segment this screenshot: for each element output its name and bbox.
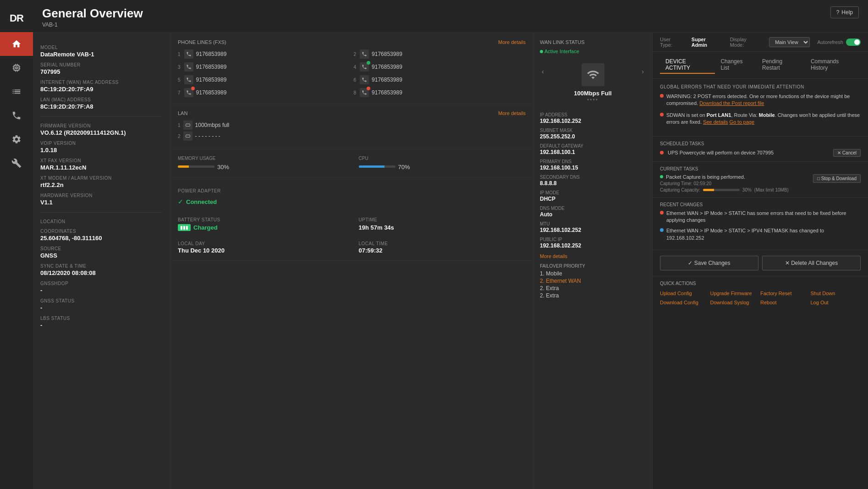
- sidebar-item-settings[interactable]: [0, 127, 33, 151]
- tab-pending-restart[interactable]: Pending Restart: [757, 56, 805, 74]
- help-button[interactable]: ? Help: [830, 6, 859, 18]
- autorefresh-toggle-wrapper: Autorefresh: [817, 38, 861, 46]
- phone-number-1: 9176853989: [196, 51, 227, 57]
- recent-item-1: Ethernet WAN > IP Mode > STATIC has some…: [660, 210, 861, 224]
- list-item: 7 9176853989: [178, 88, 350, 97]
- lan-mac-value: 8C:19:2D:20:7F:A8: [40, 103, 163, 110]
- quick-download-config[interactable]: Download Config: [660, 299, 710, 306]
- user-bar: User Type: Super Admin Display Mode: Mai…: [653, 33, 868, 52]
- save-changes-button[interactable]: ✓ Save Changes: [660, 256, 758, 270]
- cancel-task-button[interactable]: ✕ Cancel: [833, 149, 861, 157]
- sidebar-item-network[interactable]: [0, 56, 33, 80]
- sidebar-item-tools[interactable]: [0, 151, 33, 175]
- quick-upload-config[interactable]: Upload Config: [660, 290, 710, 297]
- sidebar-item-home[interactable]: [0, 32, 33, 56]
- quick-shut-down[interactable]: Shut Down: [811, 290, 861, 297]
- list-item: 1. Mobile: [540, 270, 646, 277]
- page-title: General Overview: [42, 6, 143, 21]
- source-label: SOURCE: [40, 246, 163, 251]
- sidebar-item-phone[interactable]: [0, 104, 33, 127]
- display-mode-label: Display Mode:: [730, 37, 762, 48]
- list-item: 2. Ethernet WAN: [540, 278, 646, 284]
- display-mode-select[interactable]: Main View: [769, 37, 810, 47]
- wan-subnet-field: SUBNET MASK 255.255.252.0: [540, 128, 646, 140]
- recent-title: RECENT CHANGES: [660, 202, 861, 207]
- cap-progress-fill: [703, 189, 714, 191]
- wan-prev-arrow[interactable]: ‹: [542, 68, 544, 75]
- quick-log-out[interactable]: Log Out: [811, 299, 861, 306]
- cancel-label: ✕ Cancel: [837, 150, 857, 155]
- phone-lines-more[interactable]: More details: [498, 39, 526, 45]
- quick-upgrade-firmware[interactable]: Upgrade Firmware: [710, 290, 761, 297]
- wan-dots: ••••: [540, 97, 646, 103]
- wan-dns-mode-field: DNS MODE Auto: [540, 206, 646, 218]
- wan-public-ip-field: PUBLIC IP 192.168.102.252: [540, 237, 646, 249]
- phone-lines-title: PHONE LINES (FXS): [178, 39, 226, 45]
- firmware-label: FIRMWARE VERSION: [40, 123, 163, 128]
- delete-changes-button[interactable]: ✕ Delete All Changes: [762, 256, 861, 270]
- mtu-label: MTU: [540, 221, 646, 226]
- autorefresh-toggle[interactable]: [846, 38, 861, 46]
- scheduled-tasks-section: SCHEDULED TASKS UPS Powercycle will perf…: [653, 137, 868, 162]
- display-mode-select-wrapper: Main View: [769, 37, 810, 47]
- tab-device-activity[interactable]: DEVICE ACTIVITY: [660, 56, 715, 74]
- wan-ip-field: IP ADDRESS 192.168.102.252: [540, 112, 646, 124]
- phone-line-icon-5: [184, 75, 193, 84]
- wan-gateway-field: DEFAULT GATEWAY 192.168.100.1: [540, 143, 646, 155]
- phone-line-icon-8: [360, 88, 369, 97]
- list-item: 2 - - - - - - - -: [178, 132, 526, 141]
- recent-dot-2: [660, 228, 664, 232]
- sync-value: 08/12/2020 08:08:08: [40, 269, 163, 276]
- mtu-value: 192.168.102.252: [540, 227, 646, 233]
- see-details-link[interactable]: See details: [703, 119, 728, 125]
- list-item: 2. Extra: [540, 292, 646, 299]
- memory-progress-fill: [178, 165, 189, 168]
- list-item: 4 9176853989: [354, 62, 526, 71]
- tab-commands-history[interactable]: Commands History: [805, 56, 861, 74]
- lan-more[interactable]: More details: [498, 110, 526, 116]
- wan-more-details[interactable]: More details: [540, 253, 646, 259]
- save-label: ✓ Save Changes: [688, 260, 730, 266]
- wan-nav: ‹ ›: [540, 68, 646, 75]
- autorefresh-label: Autorefresh: [817, 39, 843, 45]
- fax-value: MAR.1.11.12ecN: [40, 164, 163, 171]
- phone-grid: 1 9176853989 2 9176853989: [178, 49, 526, 97]
- tab-changes-list[interactable]: Changes List: [715, 56, 757, 74]
- phone-number-4: 9176853989: [372, 64, 402, 70]
- list-item: 1 1000mbps full: [178, 121, 526, 130]
- sidebar: DR: [0, 0, 33, 489]
- wan-speed: 100Mbps Full: [540, 90, 646, 97]
- coords-value: 25.604768, -80.311160: [40, 235, 163, 242]
- alert-item-1: WARNING: 2 POST errors detected. One or …: [660, 93, 861, 107]
- middle-panel: PHONE LINES (FXS) More details 1 9176853…: [170, 33, 533, 489]
- scheduled-title: SCHEDULED TASKS: [660, 141, 861, 146]
- wan-next-arrow[interactable]: ›: [642, 68, 644, 75]
- memory-label: MEMORY USAGE: [178, 156, 345, 161]
- lan-header: LAN More details: [178, 110, 526, 116]
- right-tabs: DEVICE ACTIVITY Changes List Pending Res…: [653, 52, 868, 79]
- cpu-metric: CPU 70%: [359, 156, 526, 170]
- active-dot: [540, 50, 543, 53]
- active-interface-text: Active Interface: [544, 49, 579, 54]
- list-item: 2 9176853989: [354, 49, 526, 59]
- go-to-page-link[interactable]: Go to page: [730, 119, 754, 125]
- fax-label: XT FAX VERSION: [40, 158, 163, 163]
- sidebar-item-list[interactable]: [0, 80, 33, 104]
- badge-green-4: [367, 61, 370, 65]
- phone-number-7: 9176853989: [196, 89, 227, 96]
- quick-download-syslog[interactable]: Download Syslog: [710, 299, 761, 306]
- ip-mode-value: DHCP: [540, 196, 646, 202]
- alerts-section: GLOBAL ERRORS THAT NEED YOUR IMMEDIATE A…: [653, 79, 868, 137]
- svg-rect-0: [186, 124, 190, 126]
- stop-download-button[interactable]: □ Stop & Download: [813, 174, 861, 183]
- post-report-link[interactable]: Download the Post report file: [699, 100, 764, 106]
- alerts-title: GLOBAL ERRORS THAT NEED YOUR IMMEDIATE A…: [660, 84, 861, 89]
- quick-factory-reset[interactable]: Factory Reset: [760, 290, 811, 297]
- quick-actions-title: QUICK ACTIONS: [660, 281, 861, 286]
- quick-reboot[interactable]: Reboot: [760, 299, 811, 306]
- current-dot: [660, 175, 663, 178]
- list-item: 6 9176853989: [354, 75, 526, 84]
- user-type-label: User Type:: [660, 37, 684, 48]
- home-icon: [11, 39, 22, 49]
- phone-line-icon-6: [360, 75, 369, 84]
